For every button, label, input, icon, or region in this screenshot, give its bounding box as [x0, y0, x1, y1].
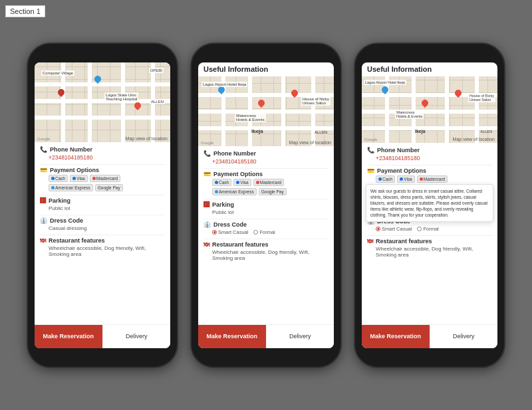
section-label: Section 1: [5, 5, 45, 17]
phone-3-restaurant-icon: 🍽: [367, 238, 373, 245]
phone-2: Useful Information Lagos Airport Hotel I…: [190, 43, 342, 368]
dress-icon: 👔: [40, 217, 47, 224]
phone-1: Computer Village Lagos State Univ.Teachi…: [27, 43, 178, 368]
phone-1-payment-section: 💳 Payment Options Cash Visa Mastercard A…: [40, 167, 165, 191]
restaurant-icon: 🍽: [40, 237, 46, 244]
phone-1-map-label: Map view of location: [126, 136, 168, 141]
phone-3-formal-option[interactable]: Formal: [417, 226, 438, 232]
phone-2-phone-icon: 📞: [203, 150, 211, 157]
phone-2-map: Lagos Airport Hotel Ikeja House of Nicky…: [198, 76, 334, 146]
phone-1-restaurant-section: 🍽 Restaurant features Wheelchair accessi…: [40, 237, 165, 257]
phone-3-restaurant-section: 🍽 Restaurant features Wheelchair accessi…: [367, 238, 492, 258]
phone-1-content: 📞 Phone Number +2348104185180 💳 Payment …: [35, 142, 170, 323]
phone-2-payment-section: 💳 Payment Options Cash Visa Mastercard A…: [203, 171, 329, 195]
phone-2-phone-section: 📞 Phone Number +2348104185180: [203, 150, 329, 165]
phone-1-dress-section: 👔 Dress Code Casual dressing: [40, 217, 165, 231]
phone-2-restaurant-icon: 🍽: [203, 241, 209, 248]
phone-3-screen: Useful Information Lagos Airport Hotel I…: [362, 62, 497, 348]
phone-3-delivery-button[interactable]: Delivery: [430, 325, 498, 348]
phone-3-dress-options: Smart Casual Formal: [376, 226, 492, 232]
payment-icon: 💳: [40, 167, 47, 173]
phone-3-phone-value: +2348104185180: [376, 155, 492, 161]
phone-2-parking-label: Parking: [212, 201, 234, 208]
phone-1-reservation-button[interactable]: Make Reservation: [35, 325, 102, 348]
phone-2-parking-section: 🅿 Parking Public lot: [203, 201, 329, 215]
phone-3-restaurant-value: Wheelchair accessible, Dog friendly, Wif…: [376, 246, 492, 258]
phone-1-restaurant-label: Restaurant features: [49, 237, 105, 244]
phone-2-payment-label: Payment Options: [213, 171, 263, 177]
phone-3-payment-label: Payment Options: [377, 167, 426, 174]
phone-2-dress-options: Smart Casual Formal: [212, 229, 329, 235]
phone-2-payment-icon: 💳: [203, 171, 211, 177]
phone-2-phone-label: Phone Number: [213, 150, 256, 157]
phone-2-dress-icon: 👔: [203, 221, 211, 228]
phone-2-phone-value: +2348104185180: [212, 158, 329, 165]
phone-1-payment-label: Payment Options: [50, 167, 99, 173]
phone-2-buttons: Make Reservation Delivery: [198, 324, 334, 348]
phone-2-reservation-button[interactable]: Make Reservation: [198, 325, 266, 348]
phone-2-delivery-button[interactable]: Delivery: [266, 325, 334, 348]
phone-3-title: Useful Information: [362, 62, 497, 73]
phone-3-phone-section: 📞 Phone Number +2348104185180: [367, 147, 492, 161]
phone-3-tooltip: We ask our guests to dress in smart casu…: [366, 184, 493, 222]
phone-2-parking-icon: 🅿: [203, 201, 209, 208]
phone-3: Useful Information Lagos Airport Hotel I…: [354, 43, 505, 368]
phone-2-smart-casual-option[interactable]: Smart Casual: [212, 229, 248, 235]
phone-1-dress-value: Casual dressing: [49, 225, 165, 231]
phone-1-map: Computer Village Lagos State Univ.Teachi…: [35, 62, 170, 142]
phone-2-content: 📞 Phone Number +2348104185180 💳 Payment …: [198, 146, 334, 327]
phone-2-restaurant-section: 🍽 Restaurant features Wheelchair accessi…: [203, 241, 329, 261]
phone-3-tooltip-text: We ask our guests to dress in smart casu…: [370, 189, 487, 217]
phone-3-payment-icon: 💳: [367, 167, 374, 174]
phone-1-restaurant-value: Wheelchair accessible, Dog friendly, Wif…: [49, 245, 165, 257]
phone-2-map-label: Map view of location: [289, 140, 331, 145]
phone-3-map: Lagos Airport Hotel Ikeja House of Ricky…: [362, 76, 497, 143]
parking-icon: 🅿: [40, 197, 46, 204]
phone-2-parking-value: Public lot: [212, 209, 329, 215]
phone-3-smart-casual-option[interactable]: Smart Casual: [376, 226, 412, 232]
phone-1-phone-label: Phone Number: [50, 146, 92, 153]
phone-3-restaurant-label: Restaurant features: [376, 238, 432, 245]
phone-3-buttons: Make Reservation Delivery: [362, 324, 497, 348]
phone-2-screen: Useful Information Lagos Airport Hotel I…: [198, 62, 334, 348]
phone-1-delivery-button[interactable]: Delivery: [102, 325, 171, 348]
phone-3-phone-label: Phone Number: [377, 147, 420, 154]
phone-3-map-label: Map view of location: [453, 137, 495, 142]
phone-2-title: Useful Information: [198, 62, 334, 73]
phone-2-restaurant-label: Restaurant features: [212, 241, 269, 248]
phone-1-phone-value: +2348104185180: [49, 154, 165, 161]
phones-container: Computer Village Lagos State Univ.Teachi…: [0, 0, 532, 410]
phone-1-parking-section: 🅿 Parking Public lot: [40, 197, 165, 211]
phone-3-reservation-button[interactable]: Make Reservation: [362, 325, 430, 348]
phone-1-dress-label: Dress Code: [50, 217, 83, 224]
phone-2-dress-label: Dress Code: [213, 221, 247, 228]
phone-2-formal-option[interactable]: Formal: [253, 229, 275, 235]
phone-1-phone-section: 📞 Phone Number +2348104185180: [40, 146, 165, 161]
phone-2-dress-section: 👔 Dress Code Smart Casual Formal: [203, 221, 329, 235]
phone-1-parking-label: Parking: [49, 197, 70, 204]
phone-1-parking-value: Public lot: [49, 205, 165, 211]
phone-2-restaurant-value: Wheelchair accessible, Dog friendly, Wif…: [212, 249, 329, 261]
phone-3-content: 📞 Phone Number +2348104185180 💳 Payment …: [362, 143, 497, 324]
phone-icon: 📞: [40, 146, 47, 153]
phone-1-buttons: Make Reservation Delivery: [35, 324, 170, 348]
phone-1-screen: Computer Village Lagos State Univ.Teachi…: [35, 62, 170, 348]
phone-3-phone-icon: 📞: [367, 147, 374, 154]
